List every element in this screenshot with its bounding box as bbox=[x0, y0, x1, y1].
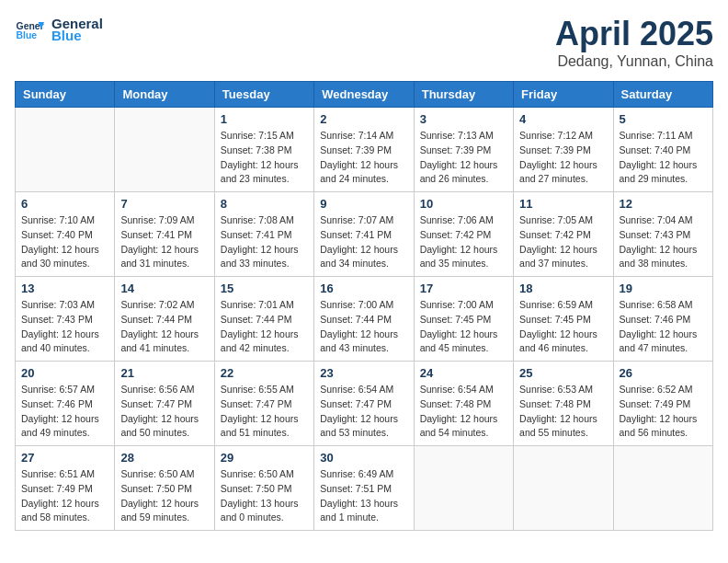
day-info: Sunrise: 6:57 AM Sunset: 7:46 PM Dayligh… bbox=[21, 383, 108, 441]
calendar-cell: 17Sunrise: 7:00 AM Sunset: 7:45 PM Dayli… bbox=[414, 277, 513, 362]
calendar-cell: 3Sunrise: 7:13 AM Sunset: 7:39 PM Daylig… bbox=[414, 108, 513, 192]
day-info: Sunrise: 6:52 AM Sunset: 7:49 PM Dayligh… bbox=[620, 383, 707, 441]
calendar-header-row: SundayMondayTuesdayWednesdayThursdayFrid… bbox=[16, 82, 713, 108]
day-number: 2 bbox=[320, 112, 407, 126]
calendar-cell bbox=[414, 446, 513, 531]
calendar-cell bbox=[613, 446, 712, 531]
day-number: 9 bbox=[320, 197, 407, 211]
calendar-cell: 28Sunrise: 6:50 AM Sunset: 7:50 PM Dayli… bbox=[115, 446, 214, 531]
page-header: General Blue General Blue April 2025 Ded… bbox=[15, 15, 713, 70]
day-number: 8 bbox=[221, 197, 308, 211]
calendar-cell: 27Sunrise: 6:51 AM Sunset: 7:49 PM Dayli… bbox=[16, 446, 115, 531]
day-number: 23 bbox=[320, 366, 407, 380]
day-info: Sunrise: 7:04 AM Sunset: 7:43 PM Dayligh… bbox=[620, 213, 707, 271]
day-info: Sunrise: 6:59 AM Sunset: 7:45 PM Dayligh… bbox=[519, 298, 607, 356]
day-info: Sunrise: 6:54 AM Sunset: 7:48 PM Dayligh… bbox=[420, 383, 507, 441]
logo-icon: General Blue bbox=[15, 15, 44, 44]
weekday-header: Tuesday bbox=[214, 82, 313, 108]
location-title: Dedang, Yunnan, China bbox=[555, 53, 713, 70]
calendar-cell bbox=[16, 108, 115, 192]
calendar-cell: 22Sunrise: 6:55 AM Sunset: 7:47 PM Dayli… bbox=[214, 362, 313, 446]
day-number: 20 bbox=[21, 366, 108, 380]
calendar-cell: 8Sunrise: 7:08 AM Sunset: 7:41 PM Daylig… bbox=[214, 192, 313, 277]
calendar-cell: 5Sunrise: 7:11 AM Sunset: 7:40 PM Daylig… bbox=[613, 108, 712, 192]
weekday-header: Sunday bbox=[16, 82, 115, 108]
calendar-week-row: 27Sunrise: 6:51 AM Sunset: 7:49 PM Dayli… bbox=[16, 446, 713, 531]
day-info: Sunrise: 7:06 AM Sunset: 7:42 PM Dayligh… bbox=[420, 213, 507, 271]
day-info: Sunrise: 7:14 AM Sunset: 7:39 PM Dayligh… bbox=[320, 129, 407, 187]
calendar-cell: 18Sunrise: 6:59 AM Sunset: 7:45 PM Dayli… bbox=[514, 277, 613, 362]
day-info: Sunrise: 6:49 AM Sunset: 7:51 PM Dayligh… bbox=[320, 467, 407, 525]
day-number: 13 bbox=[21, 282, 108, 295]
day-number: 29 bbox=[221, 451, 308, 465]
calendar-cell: 9Sunrise: 7:07 AM Sunset: 7:41 PM Daylig… bbox=[314, 192, 414, 277]
logo: General Blue General Blue bbox=[15, 15, 103, 44]
day-number: 26 bbox=[620, 366, 707, 380]
calendar-cell: 21Sunrise: 6:56 AM Sunset: 7:47 PM Dayli… bbox=[115, 362, 214, 446]
day-number: 7 bbox=[120, 197, 208, 211]
calendar-cell: 6Sunrise: 7:10 AM Sunset: 7:40 PM Daylig… bbox=[16, 192, 115, 277]
day-number: 24 bbox=[420, 366, 507, 380]
day-info: Sunrise: 6:53 AM Sunset: 7:48 PM Dayligh… bbox=[519, 383, 607, 441]
day-number: 15 bbox=[221, 282, 308, 295]
calendar-cell: 1Sunrise: 7:15 AM Sunset: 7:38 PM Daylig… bbox=[214, 108, 313, 192]
day-number: 10 bbox=[420, 197, 507, 211]
weekday-header: Thursday bbox=[414, 82, 513, 108]
day-number: 11 bbox=[519, 197, 607, 211]
day-number: 17 bbox=[420, 282, 507, 295]
calendar-cell: 16Sunrise: 7:00 AM Sunset: 7:44 PM Dayli… bbox=[314, 277, 414, 362]
day-info: Sunrise: 6:56 AM Sunset: 7:47 PM Dayligh… bbox=[120, 383, 208, 441]
calendar-cell: 26Sunrise: 6:52 AM Sunset: 7:49 PM Dayli… bbox=[613, 362, 712, 446]
day-number: 12 bbox=[620, 197, 707, 211]
day-info: Sunrise: 7:02 AM Sunset: 7:44 PM Dayligh… bbox=[120, 298, 208, 356]
day-number: 22 bbox=[221, 366, 308, 380]
day-info: Sunrise: 7:09 AM Sunset: 7:41 PM Dayligh… bbox=[120, 213, 208, 271]
calendar-week-row: 20Sunrise: 6:57 AM Sunset: 7:46 PM Dayli… bbox=[16, 362, 713, 446]
day-info: Sunrise: 7:13 AM Sunset: 7:39 PM Dayligh… bbox=[420, 129, 507, 187]
day-info: Sunrise: 6:50 AM Sunset: 7:50 PM Dayligh… bbox=[221, 467, 308, 525]
svg-text:Blue: Blue bbox=[17, 30, 38, 40]
calendar-cell: 7Sunrise: 7:09 AM Sunset: 7:41 PM Daylig… bbox=[115, 192, 214, 277]
calendar-cell: 11Sunrise: 7:05 AM Sunset: 7:42 PM Dayli… bbox=[514, 192, 613, 277]
day-number: 3 bbox=[420, 112, 507, 126]
calendar-cell: 29Sunrise: 6:50 AM Sunset: 7:50 PM Dayli… bbox=[214, 446, 313, 531]
title-block: April 2025 Dedang, Yunnan, China bbox=[555, 15, 713, 70]
day-number: 1 bbox=[221, 112, 308, 126]
calendar-cell: 2Sunrise: 7:14 AM Sunset: 7:39 PM Daylig… bbox=[314, 108, 414, 192]
calendar-cell bbox=[514, 446, 613, 531]
day-info: Sunrise: 6:54 AM Sunset: 7:47 PM Dayligh… bbox=[320, 383, 407, 441]
calendar-cell: 23Sunrise: 6:54 AM Sunset: 7:47 PM Dayli… bbox=[314, 362, 414, 446]
day-number: 27 bbox=[21, 451, 108, 465]
month-title: April 2025 bbox=[555, 15, 713, 53]
calendar-week-row: 13Sunrise: 7:03 AM Sunset: 7:43 PM Dayli… bbox=[16, 277, 713, 362]
calendar-week-row: 6Sunrise: 7:10 AM Sunset: 7:40 PM Daylig… bbox=[16, 192, 713, 277]
day-info: Sunrise: 7:01 AM Sunset: 7:44 PM Dayligh… bbox=[221, 298, 308, 356]
day-info: Sunrise: 7:05 AM Sunset: 7:42 PM Dayligh… bbox=[519, 213, 607, 271]
day-number: 18 bbox=[519, 282, 607, 295]
day-info: Sunrise: 7:08 AM Sunset: 7:41 PM Dayligh… bbox=[221, 213, 308, 271]
weekday-header: Saturday bbox=[613, 82, 712, 108]
day-number: 6 bbox=[21, 197, 108, 211]
day-number: 19 bbox=[620, 282, 707, 295]
day-number: 14 bbox=[120, 282, 208, 295]
day-info: Sunrise: 7:10 AM Sunset: 7:40 PM Dayligh… bbox=[21, 213, 108, 271]
day-info: Sunrise: 7:03 AM Sunset: 7:43 PM Dayligh… bbox=[21, 298, 108, 356]
weekday-header: Monday bbox=[115, 82, 214, 108]
calendar-cell: 4Sunrise: 7:12 AM Sunset: 7:39 PM Daylig… bbox=[514, 108, 613, 192]
day-info: Sunrise: 7:07 AM Sunset: 7:41 PM Dayligh… bbox=[320, 213, 407, 271]
calendar-cell bbox=[115, 108, 214, 192]
weekday-header: Friday bbox=[514, 82, 613, 108]
day-number: 4 bbox=[519, 112, 607, 126]
day-number: 28 bbox=[120, 451, 208, 465]
calendar-cell: 24Sunrise: 6:54 AM Sunset: 7:48 PM Dayli… bbox=[414, 362, 513, 446]
calendar-cell: 10Sunrise: 7:06 AM Sunset: 7:42 PM Dayli… bbox=[414, 192, 513, 277]
day-info: Sunrise: 6:51 AM Sunset: 7:49 PM Dayligh… bbox=[21, 467, 108, 525]
day-number: 25 bbox=[519, 366, 607, 380]
day-info: Sunrise: 7:00 AM Sunset: 7:45 PM Dayligh… bbox=[420, 298, 507, 356]
day-info: Sunrise: 6:50 AM Sunset: 7:50 PM Dayligh… bbox=[120, 467, 208, 525]
calendar-cell: 30Sunrise: 6:49 AM Sunset: 7:51 PM Dayli… bbox=[314, 446, 414, 531]
day-info: Sunrise: 7:15 AM Sunset: 7:38 PM Dayligh… bbox=[221, 129, 308, 187]
day-number: 30 bbox=[320, 451, 407, 465]
day-info: Sunrise: 6:55 AM Sunset: 7:47 PM Dayligh… bbox=[221, 383, 308, 441]
day-info: Sunrise: 7:00 AM Sunset: 7:44 PM Dayligh… bbox=[320, 298, 407, 356]
